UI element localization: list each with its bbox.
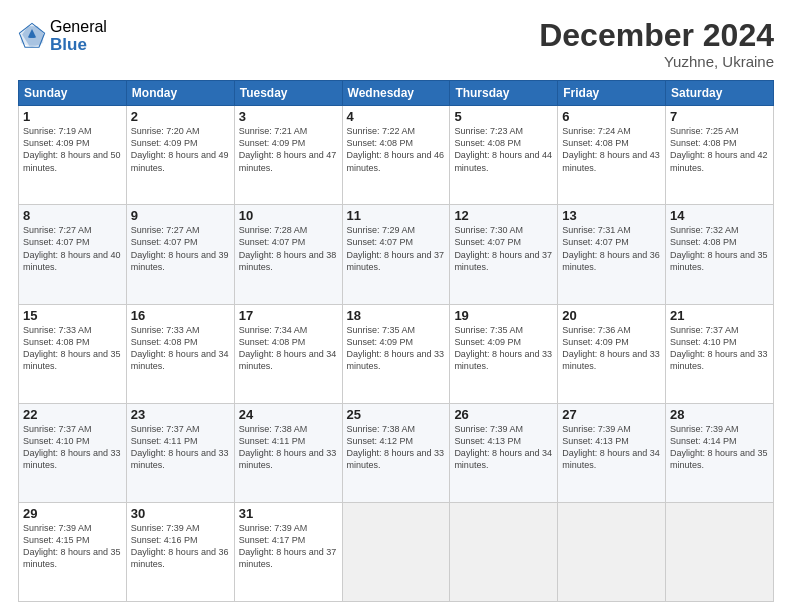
calendar-cell: 30 Sunrise: 7:39 AMSunset: 4:16 PMDaylig… <box>126 502 234 601</box>
day-number: 26 <box>454 407 553 422</box>
calendar-cell: 1 Sunrise: 7:19 AMSunset: 4:09 PMDayligh… <box>19 106 127 205</box>
day-info: Sunrise: 7:20 AMSunset: 4:09 PMDaylight:… <box>131 125 230 174</box>
calendar-cell: 22 Sunrise: 7:37 AMSunset: 4:10 PMDaylig… <box>19 403 127 502</box>
day-info: Sunrise: 7:29 AMSunset: 4:07 PMDaylight:… <box>347 224 446 273</box>
day-number: 15 <box>23 308 122 323</box>
calendar-week-4: 22 Sunrise: 7:37 AMSunset: 4:10 PMDaylig… <box>19 403 774 502</box>
calendar-cell: 27 Sunrise: 7:39 AMSunset: 4:13 PMDaylig… <box>558 403 666 502</box>
logo-general: General <box>50 18 107 36</box>
day-info: Sunrise: 7:37 AMSunset: 4:10 PMDaylight:… <box>23 423 122 472</box>
day-info: Sunrise: 7:37 AMSunset: 4:10 PMDaylight:… <box>670 324 769 373</box>
calendar-week-1: 1 Sunrise: 7:19 AMSunset: 4:09 PMDayligh… <box>19 106 774 205</box>
day-number: 7 <box>670 109 769 124</box>
day-info: Sunrise: 7:33 AMSunset: 4:08 PMDaylight:… <box>131 324 230 373</box>
day-info: Sunrise: 7:39 AMSunset: 4:16 PMDaylight:… <box>131 522 230 571</box>
month-title: December 2024 <box>539 18 774 53</box>
day-info: Sunrise: 7:39 AMSunset: 4:14 PMDaylight:… <box>670 423 769 472</box>
day-info: Sunrise: 7:22 AMSunset: 4:08 PMDaylight:… <box>347 125 446 174</box>
day-number: 8 <box>23 208 122 223</box>
day-number: 22 <box>23 407 122 422</box>
column-header-thursday: Thursday <box>450 81 558 106</box>
day-number: 16 <box>131 308 230 323</box>
day-info: Sunrise: 7:38 AMSunset: 4:12 PMDaylight:… <box>347 423 446 472</box>
calendar-cell: 7 Sunrise: 7:25 AMSunset: 4:08 PMDayligh… <box>666 106 774 205</box>
logo-text: General Blue <box>50 18 107 54</box>
day-number: 23 <box>131 407 230 422</box>
day-number: 5 <box>454 109 553 124</box>
calendar-cell: 29 Sunrise: 7:39 AMSunset: 4:15 PMDaylig… <box>19 502 127 601</box>
calendar-cell: 11 Sunrise: 7:29 AMSunset: 4:07 PMDaylig… <box>342 205 450 304</box>
logo-icon <box>18 22 46 50</box>
day-number: 11 <box>347 208 446 223</box>
day-number: 27 <box>562 407 661 422</box>
day-info: Sunrise: 7:25 AMSunset: 4:08 PMDaylight:… <box>670 125 769 174</box>
calendar-week-2: 8 Sunrise: 7:27 AMSunset: 4:07 PMDayligh… <box>19 205 774 304</box>
calendar-cell: 6 Sunrise: 7:24 AMSunset: 4:08 PMDayligh… <box>558 106 666 205</box>
title-block: December 2024 Yuzhne, Ukraine <box>539 18 774 70</box>
day-info: Sunrise: 7:34 AMSunset: 4:08 PMDaylight:… <box>239 324 338 373</box>
calendar-cell: 28 Sunrise: 7:39 AMSunset: 4:14 PMDaylig… <box>666 403 774 502</box>
column-header-wednesday: Wednesday <box>342 81 450 106</box>
day-number: 3 <box>239 109 338 124</box>
day-info: Sunrise: 7:32 AMSunset: 4:08 PMDaylight:… <box>670 224 769 273</box>
calendar-table: SundayMondayTuesdayWednesdayThursdayFrid… <box>18 80 774 602</box>
calendar-cell: 14 Sunrise: 7:32 AMSunset: 4:08 PMDaylig… <box>666 205 774 304</box>
calendar-cell: 13 Sunrise: 7:31 AMSunset: 4:07 PMDaylig… <box>558 205 666 304</box>
day-number: 25 <box>347 407 446 422</box>
day-info: Sunrise: 7:33 AMSunset: 4:08 PMDaylight:… <box>23 324 122 373</box>
calendar-cell: 24 Sunrise: 7:38 AMSunset: 4:11 PMDaylig… <box>234 403 342 502</box>
day-number: 4 <box>347 109 446 124</box>
column-header-sunday: Sunday <box>19 81 127 106</box>
calendar-cell: 19 Sunrise: 7:35 AMSunset: 4:09 PMDaylig… <box>450 304 558 403</box>
calendar-cell: 18 Sunrise: 7:35 AMSunset: 4:09 PMDaylig… <box>342 304 450 403</box>
location-subtitle: Yuzhne, Ukraine <box>539 53 774 70</box>
calendar-cell: 17 Sunrise: 7:34 AMSunset: 4:08 PMDaylig… <box>234 304 342 403</box>
calendar-cell <box>342 502 450 601</box>
day-info: Sunrise: 7:39 AMSunset: 4:17 PMDaylight:… <box>239 522 338 571</box>
day-info: Sunrise: 7:23 AMSunset: 4:08 PMDaylight:… <box>454 125 553 174</box>
logo-blue: Blue <box>50 36 107 55</box>
calendar-header-row: SundayMondayTuesdayWednesdayThursdayFrid… <box>19 81 774 106</box>
calendar-cell: 25 Sunrise: 7:38 AMSunset: 4:12 PMDaylig… <box>342 403 450 502</box>
column-header-saturday: Saturday <box>666 81 774 106</box>
day-number: 12 <box>454 208 553 223</box>
day-number: 30 <box>131 506 230 521</box>
logo: General Blue <box>18 18 107 54</box>
calendar-cell <box>558 502 666 601</box>
calendar-cell: 23 Sunrise: 7:37 AMSunset: 4:11 PMDaylig… <box>126 403 234 502</box>
day-number: 29 <box>23 506 122 521</box>
calendar-cell: 12 Sunrise: 7:30 AMSunset: 4:07 PMDaylig… <box>450 205 558 304</box>
day-info: Sunrise: 7:27 AMSunset: 4:07 PMDaylight:… <box>131 224 230 273</box>
day-info: Sunrise: 7:24 AMSunset: 4:08 PMDaylight:… <box>562 125 661 174</box>
day-info: Sunrise: 7:31 AMSunset: 4:07 PMDaylight:… <box>562 224 661 273</box>
calendar-cell <box>450 502 558 601</box>
day-info: Sunrise: 7:21 AMSunset: 4:09 PMDaylight:… <box>239 125 338 174</box>
day-info: Sunrise: 7:35 AMSunset: 4:09 PMDaylight:… <box>347 324 446 373</box>
day-number: 9 <box>131 208 230 223</box>
calendar-cell: 8 Sunrise: 7:27 AMSunset: 4:07 PMDayligh… <box>19 205 127 304</box>
day-info: Sunrise: 7:35 AMSunset: 4:09 PMDaylight:… <box>454 324 553 373</box>
calendar-cell: 31 Sunrise: 7:39 AMSunset: 4:17 PMDaylig… <box>234 502 342 601</box>
day-info: Sunrise: 7:39 AMSunset: 4:13 PMDaylight:… <box>562 423 661 472</box>
day-info: Sunrise: 7:27 AMSunset: 4:07 PMDaylight:… <box>23 224 122 273</box>
calendar-cell: 4 Sunrise: 7:22 AMSunset: 4:08 PMDayligh… <box>342 106 450 205</box>
calendar-cell <box>666 502 774 601</box>
day-number: 24 <box>239 407 338 422</box>
day-info: Sunrise: 7:38 AMSunset: 4:11 PMDaylight:… <box>239 423 338 472</box>
calendar-cell: 16 Sunrise: 7:33 AMSunset: 4:08 PMDaylig… <box>126 304 234 403</box>
day-number: 20 <box>562 308 661 323</box>
page-header: General Blue December 2024 Yuzhne, Ukrai… <box>18 18 774 70</box>
day-number: 14 <box>670 208 769 223</box>
calendar-week-3: 15 Sunrise: 7:33 AMSunset: 4:08 PMDaylig… <box>19 304 774 403</box>
day-info: Sunrise: 7:30 AMSunset: 4:07 PMDaylight:… <box>454 224 553 273</box>
calendar-cell: 10 Sunrise: 7:28 AMSunset: 4:07 PMDaylig… <box>234 205 342 304</box>
column-header-friday: Friday <box>558 81 666 106</box>
day-info: Sunrise: 7:36 AMSunset: 4:09 PMDaylight:… <box>562 324 661 373</box>
calendar-cell: 21 Sunrise: 7:37 AMSunset: 4:10 PMDaylig… <box>666 304 774 403</box>
column-header-monday: Monday <box>126 81 234 106</box>
calendar-cell: 26 Sunrise: 7:39 AMSunset: 4:13 PMDaylig… <box>450 403 558 502</box>
day-info: Sunrise: 7:39 AMSunset: 4:15 PMDaylight:… <box>23 522 122 571</box>
day-info: Sunrise: 7:19 AMSunset: 4:09 PMDaylight:… <box>23 125 122 174</box>
day-info: Sunrise: 7:39 AMSunset: 4:13 PMDaylight:… <box>454 423 553 472</box>
calendar-week-5: 29 Sunrise: 7:39 AMSunset: 4:15 PMDaylig… <box>19 502 774 601</box>
